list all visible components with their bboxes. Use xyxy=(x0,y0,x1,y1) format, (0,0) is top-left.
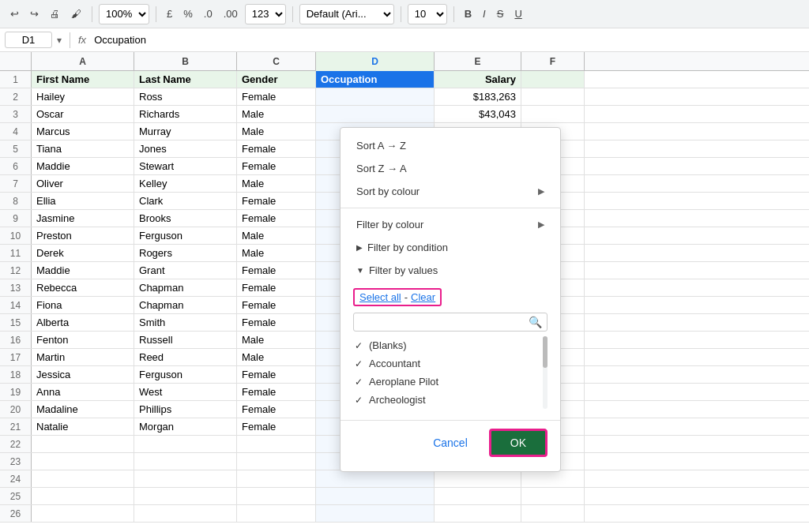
sort-colour-item[interactable]: Sort by colour ▶ xyxy=(341,180,560,203)
cell-firstname[interactable]: Marcus xyxy=(32,123,134,140)
cell-b1[interactable]: Last Name xyxy=(134,71,237,88)
underline-button[interactable]: U xyxy=(510,6,525,22)
italic-button[interactable]: I xyxy=(479,6,490,22)
percent-button[interactable]: % xyxy=(179,6,197,22)
cell-lastname[interactable]: Ferguson xyxy=(134,227,237,244)
cell-lastname[interactable]: Clark xyxy=(134,193,237,209)
cell-firstname[interactable]: Oliver xyxy=(32,175,134,192)
cell-firstname[interactable]: Anna xyxy=(32,384,134,400)
cell-lastname[interactable]: Richards xyxy=(134,106,237,122)
cell-c1[interactable]: Gender xyxy=(237,71,316,88)
decimal-inc-button[interactable]: .00 xyxy=(220,6,242,22)
cell-gender[interactable]: Female xyxy=(237,140,316,157)
cell-f[interactable] xyxy=(521,88,585,105)
filter-icon[interactable]: ▼ xyxy=(423,75,431,84)
cell-gender[interactable]: Female xyxy=(237,297,316,313)
col-header-a[interactable]: A xyxy=(32,52,134,71)
strikethrough-button[interactable]: S xyxy=(493,6,508,22)
zoom-select[interactable]: 100% xyxy=(99,4,149,24)
cell-lastname[interactable]: Chapman xyxy=(134,297,237,313)
cell-gender[interactable]: Female xyxy=(237,193,316,209)
cell-f[interactable] xyxy=(521,106,585,122)
cell-gender[interactable]: Male xyxy=(237,123,316,140)
cell-lastname[interactable]: Ferguson xyxy=(134,366,237,383)
cell-firstname[interactable]: Ellia xyxy=(32,193,134,209)
cell-firstname[interactable]: Maddie xyxy=(32,262,134,279)
decimal-dec-button[interactable]: .0 xyxy=(200,6,216,22)
paint-format-button[interactable]: 🖌 xyxy=(67,6,85,22)
cell-firstname[interactable]: Martin xyxy=(32,349,134,365)
font-family-select[interactable]: Default (Ari... xyxy=(299,4,394,24)
cell-gender[interactable]: Female xyxy=(237,384,316,400)
cell-gender[interactable]: Female xyxy=(237,158,316,174)
cell-f1[interactable] xyxy=(521,71,585,88)
undo-button[interactable]: ↩ xyxy=(6,6,23,22)
cell-firstname[interactable]: Tiana xyxy=(32,140,134,157)
cell-lastname[interactable]: Stewart xyxy=(134,158,237,174)
cell-firstname[interactable]: Jessica xyxy=(32,366,134,383)
cell-gender[interactable]: Female xyxy=(237,88,316,105)
filter-search-input[interactable] xyxy=(359,317,529,328)
cell-lastname[interactable]: Smith xyxy=(134,314,237,331)
cell-firstname[interactable]: Hailey xyxy=(32,88,134,105)
cell-a1[interactable]: First Name xyxy=(32,71,134,88)
cell-firstname[interactable]: Alberta xyxy=(32,314,134,331)
number-format-select[interactable]: 123 xyxy=(245,4,286,24)
cell-firstname[interactable]: Derek xyxy=(32,245,134,261)
filter-item-aeroplane-pilot[interactable]: ✓ Aeroplane Pilot xyxy=(353,373,547,391)
bold-button[interactable]: B xyxy=(461,6,476,22)
cell-lastname[interactable]: Morgan xyxy=(134,418,237,435)
cell-lastname[interactable]: Ross xyxy=(134,88,237,105)
sort-za-item[interactable]: Sort Z → A xyxy=(341,157,560,180)
cell-lastname[interactable]: Chapman xyxy=(134,279,237,296)
cell-firstname[interactable]: Natalie xyxy=(32,418,134,435)
cell-lastname[interactable]: Phillips xyxy=(134,401,237,418)
currency-button[interactable]: £ xyxy=(163,6,176,22)
cell-lastname[interactable]: Russell xyxy=(134,332,237,348)
filter-condition-item[interactable]: ▶ Filter by condition xyxy=(341,236,560,259)
cell-lastname[interactable]: West xyxy=(134,384,237,400)
filter-item-archeologist[interactable]: ✓ Archeologist xyxy=(353,391,547,409)
cell-firstname[interactable]: Maddie xyxy=(32,158,134,174)
cell-e1[interactable]: Salary xyxy=(435,71,521,88)
cell-lastname[interactable]: Rogers xyxy=(134,245,237,261)
filter-colour-item[interactable]: Filter by colour ▶ xyxy=(341,213,560,236)
cell-firstname[interactable]: Preston xyxy=(32,227,134,244)
cell-gender[interactable]: Male xyxy=(237,349,316,365)
cell-firstname[interactable]: Rebecca xyxy=(32,279,134,296)
cell-gender[interactable]: Female xyxy=(237,262,316,279)
col-header-f[interactable]: F xyxy=(521,52,585,71)
col-header-c[interactable]: C xyxy=(237,52,316,71)
cell-firstname[interactable]: Jasmine xyxy=(32,210,134,227)
cell-firstname[interactable]: Madaline xyxy=(32,401,134,418)
print-button[interactable]: 🖨 xyxy=(46,6,64,22)
cell-gender[interactable]: Male xyxy=(237,106,316,122)
cell-firstname[interactable]: Oscar xyxy=(32,106,134,122)
cell-gender[interactable]: Male xyxy=(237,175,316,192)
font-size-select[interactable]: 10 xyxy=(408,4,447,24)
filter-item-blanks[interactable]: ✓ (Blanks) xyxy=(353,336,547,354)
cell-lastname[interactable]: Kelley xyxy=(134,175,237,192)
filter-values-item[interactable]: ▼ Filter by values xyxy=(341,259,560,282)
scrollbar-thumb[interactable] xyxy=(543,336,547,368)
cancel-button[interactable]: Cancel xyxy=(420,429,481,457)
cell-gender[interactable]: Male xyxy=(237,245,316,261)
cell-gender[interactable]: Female xyxy=(237,210,316,227)
cell-d1[interactable]: Occupation ▼ xyxy=(316,71,435,88)
cell-lastname[interactable]: Murray xyxy=(134,123,237,140)
cell-lastname[interactable]: Grant xyxy=(134,262,237,279)
clear-link[interactable]: Clear xyxy=(411,291,435,303)
cell-gender[interactable]: Male xyxy=(237,227,316,244)
cell-salary[interactable]: $183,263 xyxy=(435,88,521,105)
cell-gender[interactable]: Male xyxy=(237,332,316,348)
col-header-e[interactable]: E xyxy=(435,52,521,71)
cell-gender[interactable]: Female xyxy=(237,314,316,331)
cell-occupation[interactable] xyxy=(316,88,435,105)
cell-occupation[interactable] xyxy=(316,106,435,122)
cell-lastname[interactable]: Reed xyxy=(134,349,237,365)
ok-button[interactable]: OK xyxy=(489,429,547,457)
cell-gender[interactable]: Female xyxy=(237,401,316,418)
cell-reference[interactable]: D1 xyxy=(5,32,52,48)
redo-button[interactable]: ↪ xyxy=(26,6,43,22)
cell-firstname[interactable]: Fiona xyxy=(32,297,134,313)
